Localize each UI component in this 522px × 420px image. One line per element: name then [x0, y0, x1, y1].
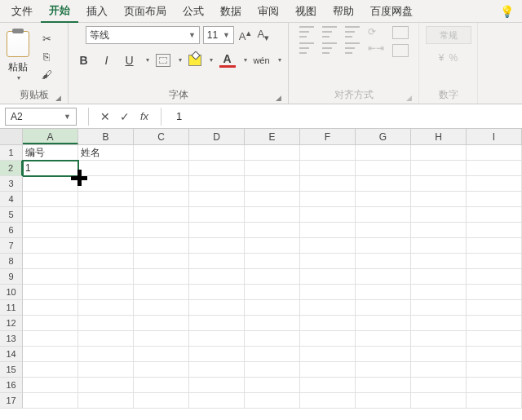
- cell-E7[interactable]: [245, 238, 300, 254]
- cell-B3[interactable]: [78, 176, 134, 192]
- cell-A3[interactable]: [23, 176, 78, 192]
- cell-E9[interactable]: [245, 269, 300, 285]
- cell-A2[interactable]: 1: [23, 161, 78, 176]
- cell-I4[interactable]: [467, 192, 522, 207]
- cell-H7[interactable]: [411, 238, 467, 254]
- name-box[interactable]: A2▼: [5, 108, 77, 126]
- row-header[interactable]: 11: [0, 300, 23, 316]
- font-launcher-icon[interactable]: ◢: [276, 94, 281, 102]
- cell-B17[interactable]: [78, 393, 134, 409]
- alignment-launcher-icon[interactable]: ◢: [406, 94, 412, 102]
- cell-E2[interactable]: [245, 161, 300, 176]
- col-header-H[interactable]: H: [411, 129, 467, 144]
- col-header-F[interactable]: F: [300, 129, 356, 144]
- cell-E6[interactable]: [245, 223, 300, 238]
- cell-C11[interactable]: [134, 300, 189, 316]
- cell-C14[interactable]: [134, 347, 189, 362]
- cell-E11[interactable]: [245, 300, 300, 316]
- cell-H9[interactable]: [411, 269, 467, 285]
- phonetic-guide-icon[interactable]: wén: [254, 55, 270, 65]
- cell-D9[interactable]: [189, 269, 245, 285]
- cell-D5[interactable]: [189, 207, 245, 223]
- cell-B4[interactable]: [78, 192, 134, 207]
- row-header[interactable]: 1: [0, 145, 23, 161]
- font-size-select[interactable]: 11▼: [203, 26, 234, 44]
- menu-insert[interactable]: 插入: [78, 1, 116, 22]
- copy-icon[interactable]: ⎘: [39, 50, 54, 63]
- cell-B10[interactable]: [78, 285, 134, 300]
- cell-D6[interactable]: [189, 223, 245, 238]
- row-header[interactable]: 5: [0, 207, 23, 223]
- cell-F12[interactable]: [300, 316, 356, 331]
- menu-view[interactable]: 视图: [287, 1, 325, 22]
- cell-A1[interactable]: 编号: [23, 145, 78, 161]
- currency-icon[interactable]: ¥: [439, 52, 445, 64]
- cell-H14[interactable]: [411, 347, 467, 362]
- col-header-G[interactable]: G: [356, 129, 411, 144]
- chevron-down-icon[interactable]: ▾: [278, 56, 281, 64]
- cell-C6[interactable]: [134, 223, 189, 238]
- cell-I11[interactable]: [467, 300, 522, 316]
- select-all-corner[interactable]: [0, 129, 23, 144]
- cell-C13[interactable]: [134, 331, 189, 347]
- cell-C12[interactable]: [134, 316, 189, 331]
- cell-B12[interactable]: [78, 316, 134, 331]
- cell-B9[interactable]: [78, 269, 134, 285]
- fill-color-button[interactable]: [188, 55, 201, 66]
- cell-H17[interactable]: [411, 393, 467, 409]
- cell-E15[interactable]: [245, 362, 300, 378]
- cell-E3[interactable]: [245, 176, 300, 192]
- col-header-C[interactable]: C: [134, 129, 189, 144]
- cell-F10[interactable]: [300, 285, 356, 300]
- cell-F15[interactable]: [300, 362, 356, 378]
- cell-D4[interactable]: [189, 192, 245, 207]
- cell-D13[interactable]: [189, 331, 245, 347]
- indent-icon[interactable]: ⇤⇥: [368, 42, 384, 54]
- menu-data[interactable]: 数据: [212, 1, 250, 22]
- cell-B6[interactable]: [78, 223, 134, 238]
- cell-F16[interactable]: [300, 378, 356, 393]
- underline-button[interactable]: U: [122, 54, 138, 67]
- cell-I6[interactable]: [467, 223, 522, 238]
- cell-H5[interactable]: [411, 207, 467, 223]
- cell-E5[interactable]: [245, 207, 300, 223]
- cell-D12[interactable]: [189, 316, 245, 331]
- cell-D10[interactable]: [189, 285, 245, 300]
- cell-C10[interactable]: [134, 285, 189, 300]
- cell-F7[interactable]: [300, 238, 356, 254]
- borders-button[interactable]: [156, 54, 170, 67]
- cell-A8[interactable]: [23, 254, 78, 269]
- cell-E16[interactable]: [245, 378, 300, 393]
- col-header-A[interactable]: A: [23, 129, 78, 144]
- cell-G7[interactable]: [356, 238, 411, 254]
- cell-C7[interactable]: [134, 238, 189, 254]
- align-middle-icon[interactable]: [322, 26, 337, 38]
- number-format-select[interactable]: 常规: [426, 26, 471, 44]
- cell-I10[interactable]: [467, 285, 522, 300]
- chevron-down-icon[interactable]: ▾: [146, 56, 149, 64]
- cell-H8[interactable]: [411, 254, 467, 269]
- cell-A9[interactable]: [23, 269, 78, 285]
- cell-D11[interactable]: [189, 300, 245, 316]
- orientation-icon[interactable]: ⟳: [368, 26, 384, 38]
- cell-A5[interactable]: [23, 207, 78, 223]
- cell-A14[interactable]: [23, 347, 78, 362]
- align-bottom-icon[interactable]: [345, 26, 360, 38]
- spreadsheet-grid[interactable]: A B C D E F G H I 1编号姓名21345678910111213…: [0, 129, 522, 413]
- cell-C17[interactable]: [134, 393, 189, 409]
- cell-A6[interactable]: [23, 223, 78, 238]
- row-header[interactable]: 8: [0, 254, 23, 269]
- cell-F14[interactable]: [300, 347, 356, 362]
- cell-E17[interactable]: [245, 393, 300, 409]
- row-header[interactable]: 4: [0, 192, 23, 207]
- cell-B13[interactable]: [78, 331, 134, 347]
- cell-B8[interactable]: [78, 254, 134, 269]
- row-header[interactable]: 16: [0, 378, 23, 393]
- align-right-icon[interactable]: [345, 42, 360, 54]
- cell-C2[interactable]: [134, 161, 189, 176]
- paste-button[interactable]: 粘贴: [8, 60, 28, 74]
- decrease-font-icon[interactable]: A▾: [256, 28, 272, 43]
- menu-baidu-netdisk[interactable]: 百度网盘: [362, 1, 421, 22]
- cell-F5[interactable]: [300, 207, 356, 223]
- cell-F1[interactable]: [300, 145, 356, 161]
